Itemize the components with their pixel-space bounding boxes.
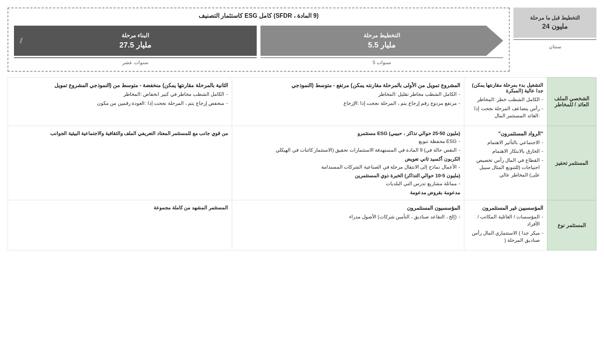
list-item: الأعمال نماذج إلى الانتقال مرحلة في الصن… bbox=[236, 163, 460, 171]
list-item: مماثلة مشاريع تدرس التي البلديات bbox=[236, 180, 460, 187]
mid-motivation-experienced: (مليون 5-10 حوالي التذاكر) الخبرة ذوي ال… bbox=[236, 173, 460, 187]
phase2-title: البناء مرحلة bbox=[122, 32, 149, 39]
pre-type-bullets: المؤسسات / العائلية المكاتب / الأفراد مب… bbox=[468, 213, 543, 244]
carbon-title: الكربون أكسيد ثاني تعويض bbox=[236, 156, 460, 162]
right-motivation-title: من قوي جانب مع للمستثمر المعتاد التعريفي… bbox=[12, 131, 228, 136]
list-item: منخفض إرجاع يتم ، المرحلة نجحت إذا :العو… bbox=[12, 100, 228, 107]
experienced-bullets: مماثلة مشاريع تدرس التي البلديات bbox=[236, 180, 460, 187]
table-row: المستثمر نوع المؤسسيين غير المستثمرون ال… bbox=[8, 200, 596, 250]
label-text-motivation: المستثمر تحفيز bbox=[555, 160, 589, 166]
list-item: الكامل الشطب مخاطر تقليل :المخاطر bbox=[236, 91, 460, 98]
main-container: التخطيط قبل ما مرحلة مليون 24 سنتان (9 ا… bbox=[8, 8, 596, 250]
phase1-block: التخطيط مرحلة مليار 5.5 سنوات 5 bbox=[260, 26, 503, 65]
phase1-amount: مليار 5.5 bbox=[368, 40, 396, 49]
phase1-title: التخطيط مرحلة bbox=[364, 32, 400, 39]
pre-risk-bullets: الكامل الشطب خطر :المخاطر رأس يتضاعف الم… bbox=[468, 96, 543, 120]
table-row: المستثمر تحفيز "الرواد المستثمرون" الاجت… bbox=[8, 126, 596, 200]
right-cell-type: المستثمر المشهد من كاملة مجموعة bbox=[8, 200, 232, 250]
label-text-type: المستثمر نوع bbox=[558, 222, 586, 228]
right-risk-title: الثانية بالمرحلة مقارنتها يمكن) منخفضة -… bbox=[12, 82, 228, 88]
list-item: الكامل الشطب خطر :المخاطر bbox=[468, 96, 543, 103]
pre-motivation-bullets: الاجتماعي بالتأثير الاهتمام الخارق بالاب… bbox=[468, 139, 543, 179]
top-phase-section: التخطيط قبل ما مرحلة مليون 24 سنتان (9 ا… bbox=[8, 8, 596, 72]
right-risk-bullets: الكامل الشطب مخاطر في كبير انخفاض :المخا… bbox=[12, 91, 228, 107]
pre-cell-risk: التشغيل بدء بمرحلة مقارنتها يمكن) جدا عا… bbox=[464, 78, 547, 126]
list-item: مرتفع مزدوج رقم إرجاع يتم ، المرحلة نجحت… bbox=[236, 100, 460, 107]
list-item: رأس يتضاعف المرحلة نجحت إذا :العائد المس… bbox=[468, 105, 543, 120]
label-cell-type: المستثمر نوع bbox=[547, 200, 596, 250]
mid-type-title: المؤسسيون المستثمرون bbox=[236, 205, 460, 211]
mid-group1-title: (مليون 50-25 حوالي تذاكر ، حبيبي) ESG مس… bbox=[236, 131, 460, 136]
mid-motivation-group1: (مليون 50-25 حوالي تذاكر ، حبيبي) ESG مس… bbox=[236, 131, 460, 154]
list-item: القطاع في المال رأس تخصيص احتياجات (للتن… bbox=[468, 157, 543, 179]
list-item: مبكر جدا ) الاستثماري المال رأس صناديق ا… bbox=[468, 229, 543, 244]
pre-type-title: المؤسسيين غير المستثمرون bbox=[468, 205, 543, 211]
pre-phase-duration: سنتان bbox=[513, 44, 596, 49]
mid-type-bullets: (إلخ ، التقاعد صناديق ، التأمين شركات) ا… bbox=[236, 213, 460, 221]
mid-risk-bullets: الكامل الشطب مخاطر تقليل :المخاطر مرتفع … bbox=[236, 91, 460, 107]
mid-cell-risk: المشروع تمويل من الأولى بالمرحلة مقارنته… bbox=[232, 78, 464, 126]
dashed-box-title: (9 المادة ، SFDR) كامل ESG كاستثمار التص… bbox=[14, 12, 503, 21]
list-item: ESG محفظة تنويع bbox=[236, 138, 460, 145]
list-item: الاجتماعي بالتأثير الاهتمام bbox=[468, 139, 543, 146]
phase1-box: التخطيط مرحلة مليار 5.5 bbox=[260, 26, 503, 56]
list-item: النقص حالة في) 9 المادة في المستهدفة الا… bbox=[236, 146, 460, 154]
phase2-block: البناء مرحلة مليار 27.5 // سنوات عشر bbox=[14, 26, 257, 65]
mid-motivation-carbon: الكربون أكسيد ثاني تعويض الأعمال نماذج إ… bbox=[236, 156, 460, 171]
list-item: (إلخ ، التقاعد صناديق ، التأمين شركات) ا… bbox=[236, 213, 460, 221]
pre-cell-type: المؤسسيين غير المستثمرون المؤسسات / العا… bbox=[464, 200, 547, 250]
list-item: الخارق بالابتكار الاهتمام bbox=[468, 147, 543, 155]
right-cell-risk: الثانية بالمرحلة مقارنتها يمكن) منخفضة -… bbox=[8, 78, 232, 126]
pre-risk-title: التشغيل بدء بمرحلة مقارنتها يمكن) جدا عا… bbox=[468, 82, 543, 94]
mid-group1-bullets: ESG محفظة تنويع النقص حالة في) 9 المادة … bbox=[236, 138, 460, 154]
label-cell-motivation: المستثمر تحفيز bbox=[547, 126, 596, 200]
pre-phase-box: التخطيط قبل ما مرحلة مليون 24 bbox=[513, 8, 596, 38]
table-row: الشخصي الملف العائد / للمخاطر التشغيل بد… bbox=[8, 78, 596, 126]
phase2-box: البناء مرحلة مليار 27.5 // bbox=[14, 26, 257, 56]
carbon-bullets: الأعمال نماذج إلى الانتقال مرحلة في الصن… bbox=[236, 163, 460, 171]
main-content-table: الشخصي الملف العائد / للمخاطر التشغيل بد… bbox=[8, 77, 596, 250]
pre-phase-amount: مليون 24 bbox=[542, 22, 568, 31]
experienced-title: (مليون 5-10 حوالي التذاكر) الخبرة ذوي ال… bbox=[236, 173, 460, 178]
label-cell-risk: الشخصي الملف العائد / للمخاطر bbox=[547, 78, 596, 126]
pre-motivation-title: "الرواد المستثمرون" bbox=[468, 131, 543, 137]
phase2-duration: سنوات عشر bbox=[122, 60, 148, 65]
list-item: الكامل الشطب مخاطر في كبير انخفاض :المخا… bbox=[12, 91, 228, 98]
mid-cell-type: المؤسسيون المستثمرون (إلخ ، التقاعد صناد… bbox=[232, 200, 464, 250]
mid-cell-motivation: (مليون 50-25 حوالي تذاكر ، حبيبي) ESG مس… bbox=[232, 126, 464, 200]
pre-phase-title: التخطيط قبل ما مرحلة bbox=[530, 15, 580, 21]
phases-row: التخطيط مرحلة مليار 5.5 سنوات 5 البناء م… bbox=[14, 26, 503, 65]
phase2-amount: مليار 27.5 bbox=[119, 40, 151, 49]
pre-cell-motivation: "الرواد المستثمرون" الاجتماعي بالتأثير ا… bbox=[464, 126, 547, 200]
mid-risk-title: المشروع تمويل من الأولى بالمرحلة مقارنته… bbox=[236, 82, 460, 88]
list-item: المؤسسات / العائلية المكاتب / الأفراد bbox=[468, 213, 543, 228]
loans-title: مدعومة بقروض مدعومة bbox=[236, 190, 460, 195]
mid-motivation-loans: مدعومة بقروض مدعومة bbox=[236, 190, 460, 195]
pre-phase-container: التخطيط قبل ما مرحلة مليون 24 سنتان bbox=[513, 8, 596, 49]
phase1-duration: سنوات 5 bbox=[373, 60, 391, 65]
label-text-risk: الشخصي الملف العائد / للمخاطر bbox=[554, 95, 589, 108]
right-type-title: المستثمر المشهد من كاملة مجموعة bbox=[12, 205, 228, 210]
phases-dashed-box: (9 المادة ، SFDR) كامل ESG كاستثمار التص… bbox=[8, 8, 510, 72]
right-cell-motivation: من قوي جانب مع للمستثمر المعتاد التعريفي… bbox=[8, 126, 232, 200]
